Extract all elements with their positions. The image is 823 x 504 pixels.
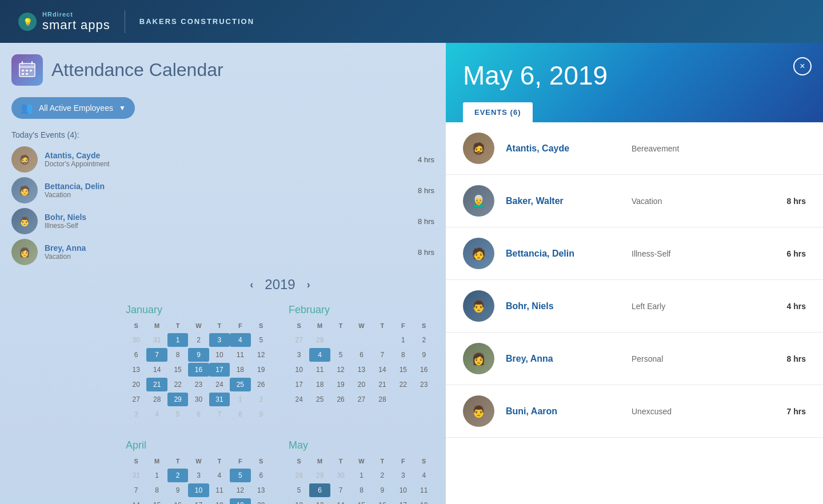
cal-cell[interactable]: 4	[146, 407, 167, 421]
cal-cell[interactable]: 13	[351, 363, 371, 377]
cal-cell[interactable]: 8	[393, 348, 413, 362]
cal-cell[interactable]: 8	[230, 407, 250, 421]
cal-cell[interactable]: 3	[289, 348, 309, 362]
cal-cell[interactable]: 18	[209, 498, 230, 504]
cal-cell[interactable]: 11	[309, 363, 330, 377]
cal-cell[interactable]: 18	[230, 363, 250, 377]
cal-cell[interactable]: 5	[251, 333, 271, 347]
cal-cell[interactable]: 19	[330, 378, 351, 391]
cal-cell[interactable]: 17	[209, 363, 230, 377]
cal-cell[interactable]: 20	[126, 378, 146, 391]
cal-cell[interactable]: 27	[351, 393, 371, 406]
cal-cell[interactable]: 6	[251, 469, 271, 482]
cal-cell[interactable]: 5	[230, 469, 250, 482]
cal-cell[interactable]: 2	[188, 333, 209, 347]
cal-cell[interactable]	[330, 333, 351, 347]
cal-cell[interactable]: 3	[188, 469, 209, 482]
cal-cell[interactable]: 31	[146, 333, 167, 347]
cal-cell[interactable]: 5	[330, 348, 351, 362]
cal-cell[interactable]: 4	[309, 348, 330, 362]
cal-cell[interactable]: 16	[414, 363, 434, 377]
cal-cell[interactable]: 20	[251, 498, 271, 504]
cal-cell[interactable]: 11	[209, 483, 230, 497]
cal-cell[interactable]: 9	[167, 483, 188, 497]
cal-cell[interactable]: 23	[414, 378, 434, 391]
cal-cell[interactable]: 6	[126, 348, 146, 362]
cal-cell[interactable]: 17	[393, 498, 413, 504]
cal-cell[interactable]: 9	[251, 407, 271, 421]
cal-cell[interactable]: 7	[330, 483, 351, 497]
cal-cell[interactable]: 14	[146, 363, 167, 377]
cal-cell[interactable]: 17	[289, 378, 309, 391]
cal-cell[interactable]: 26	[330, 393, 351, 406]
cal-cell[interactable]: 7	[372, 348, 393, 362]
cal-cell[interactable]: 9	[188, 348, 209, 362]
cal-cell[interactable]: 8	[167, 348, 188, 362]
cal-cell[interactable]: 10	[188, 483, 209, 497]
cal-cell[interactable]: 19	[251, 363, 271, 377]
cal-cell[interactable]: 15	[146, 498, 167, 504]
next-year-button[interactable]: ›	[307, 279, 310, 291]
cal-cell[interactable]: 10	[209, 348, 230, 362]
cal-cell[interactable]: 15	[393, 363, 413, 377]
cal-cell[interactable]: 7	[126, 483, 146, 497]
cal-cell[interactable]: 30	[330, 469, 351, 482]
cal-cell[interactable]: 23	[188, 378, 209, 391]
cal-cell[interactable]: 1	[167, 333, 188, 347]
cal-cell[interactable]: 14	[330, 498, 351, 504]
cal-cell[interactable]: 24	[209, 378, 230, 391]
cal-cell[interactable]	[414, 393, 434, 406]
cal-cell[interactable]: 31	[209, 393, 230, 406]
cal-cell[interactable]: 12	[251, 348, 271, 362]
cal-cell[interactable]: 2	[251, 393, 271, 406]
cal-cell[interactable]: 16	[188, 363, 209, 377]
cal-cell[interactable]	[393, 393, 413, 406]
cal-cell[interactable]: 14	[372, 363, 393, 377]
cal-cell[interactable]: 21	[372, 378, 393, 391]
cal-cell[interactable]: 5	[289, 483, 309, 497]
cal-cell-today[interactable]: 6	[309, 483, 330, 497]
cal-cell[interactable]: 25	[230, 378, 250, 391]
cal-cell[interactable]: 10	[393, 483, 413, 497]
events-tab[interactable]: EVENTS (6)	[463, 102, 533, 122]
cal-cell[interactable]: 11	[414, 483, 434, 497]
cal-cell[interactable]: 19	[230, 498, 250, 504]
cal-cell[interactable]: 12	[230, 483, 250, 497]
cal-cell[interactable]: 8	[146, 483, 167, 497]
cal-cell[interactable]: 27	[289, 333, 309, 347]
cal-cell[interactable]: 1	[230, 393, 250, 406]
cal-cell[interactable]: 5	[167, 407, 188, 421]
cal-cell[interactable]: 24	[289, 393, 309, 406]
cal-cell[interactable]: 12	[330, 363, 351, 377]
cal-cell[interactable]: 2	[372, 469, 393, 482]
cal-cell[interactable]: 29	[167, 393, 188, 406]
cal-cell[interactable]	[351, 333, 371, 347]
cal-cell[interactable]: 6	[188, 407, 209, 421]
cal-cell[interactable]: 15	[167, 363, 188, 377]
cal-cell[interactable]: 28	[289, 469, 309, 482]
cal-cell[interactable]: 13	[126, 363, 146, 377]
cal-cell[interactable]: 28	[372, 393, 393, 406]
cal-cell[interactable]: 30	[188, 393, 209, 406]
cal-cell[interactable]: 10	[289, 363, 309, 377]
cal-cell[interactable]: 27	[126, 393, 146, 406]
cal-cell[interactable]: 11	[230, 348, 250, 362]
close-button[interactable]: ×	[793, 57, 812, 75]
cal-cell[interactable]: 18	[414, 498, 434, 504]
cal-cell[interactable]: 25	[309, 393, 330, 406]
cal-cell[interactable]: 26	[251, 378, 271, 391]
cal-cell[interactable]: 1	[146, 469, 167, 482]
cal-cell[interactable]: 6	[351, 348, 371, 362]
cal-cell[interactable]: 13	[309, 498, 330, 504]
cal-cell[interactable]: 2	[167, 469, 188, 482]
prev-year-button[interactable]: ‹	[250, 279, 253, 291]
cal-cell[interactable]: 8	[351, 483, 371, 497]
cal-cell[interactable]: 7	[146, 348, 167, 362]
cal-cell[interactable]: 16	[167, 498, 188, 504]
cal-cell[interactable]: 20	[351, 378, 371, 391]
cal-cell[interactable]: 31	[126, 469, 146, 482]
cal-cell[interactable]: 28	[146, 393, 167, 406]
cal-cell[interactable]: 3	[126, 407, 146, 421]
cal-cell[interactable]: 22	[393, 378, 413, 391]
cal-cell[interactable]: 1	[393, 333, 413, 347]
